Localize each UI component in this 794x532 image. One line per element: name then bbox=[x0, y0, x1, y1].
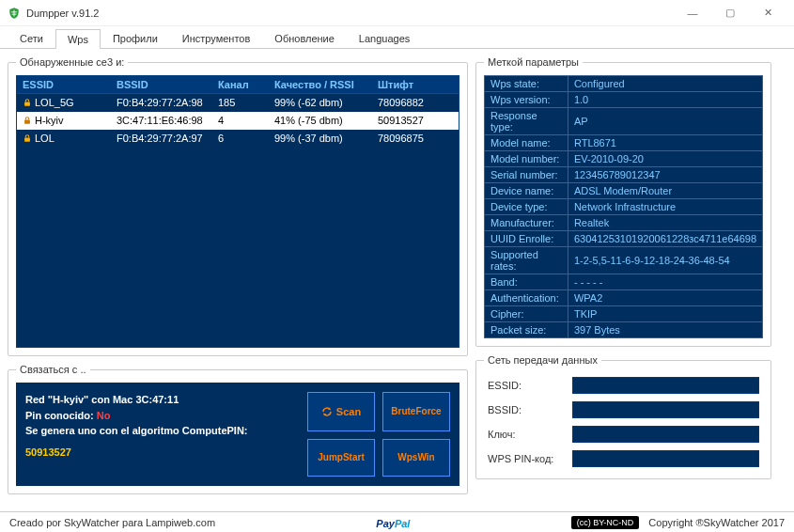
wpswin-button[interactable]: WpsWin bbox=[382, 439, 450, 477]
tab-сети[interactable]: Сети bbox=[8, 28, 55, 48]
tab-bar: СетиWpsПрофилиИнструментовОбновлениеLang… bbox=[0, 26, 794, 49]
wpspin-label: WPS PIN-код: bbox=[488, 453, 563, 464]
lock-icon bbox=[23, 98, 32, 107]
wpspin-field[interactable] bbox=[572, 450, 759, 467]
window-title: Dumpper v.91.2 bbox=[26, 8, 99, 19]
detail-row: Manufacturer:Realtek bbox=[485, 215, 763, 231]
netinfo-panel: Сеть передачи данных ESSID: BSSID: Ключ:… bbox=[475, 354, 771, 479]
key-field[interactable] bbox=[572, 426, 759, 443]
tab-languages[interactable]: Languages bbox=[347, 28, 422, 48]
close-button[interactable]: ✕ bbox=[749, 2, 786, 24]
scan-button[interactable]: Scan bbox=[307, 392, 375, 431]
app-icon bbox=[8, 7, 21, 20]
detail-row: Packet size:397 Bytes bbox=[485, 322, 763, 338]
detail-row: Authentication:WPA2 bbox=[485, 290, 763, 306]
connect-info: Red "H-kyiv" con Mac 3C:47:11 Pin conoci… bbox=[25, 392, 298, 477]
footer-credit: Creado por SkyWatcher para Lampiweb.com bbox=[9, 517, 215, 528]
detail-row: Model name:RTL8671 bbox=[485, 135, 763, 151]
paypal-logo[interactable]: PayPal bbox=[376, 515, 410, 530]
detail-row: Cipher:TKIP bbox=[485, 306, 763, 322]
detail-row: Device type:Network Infrastructure bbox=[485, 199, 763, 215]
essid-label: ESSID: bbox=[488, 380, 563, 391]
network-row[interactable]: H-kyiv3C:47:11:E6:46:98441% (-75 dbm)509… bbox=[17, 112, 459, 130]
tab-wps[interactable]: Wps bbox=[55, 29, 101, 49]
networks-legend: Обнаруженные се3 и: bbox=[16, 56, 128, 68]
minimize-button[interactable]: — bbox=[674, 2, 711, 24]
details-panel: Меткой параметры Wps state:ConfiguredWps… bbox=[475, 56, 771, 347]
detail-row: Serial number:123456789012347 bbox=[485, 167, 763, 183]
detail-row: Model number:EV-2010-09-20 bbox=[485, 151, 763, 167]
footer-copyright: Copyright ®SkyWatcher 2017 bbox=[648, 517, 785, 528]
netinfo-legend: Сеть передачи данных bbox=[484, 354, 601, 366]
detail-row: Response type:AP bbox=[485, 108, 763, 135]
detail-row: Wps version:1.0 bbox=[485, 92, 763, 108]
tab-инструментов[interactable]: Инструментов bbox=[170, 28, 263, 48]
networks-header: ESSID BSSID Канал Качество / RSSI Штифт bbox=[17, 76, 459, 94]
refresh-icon bbox=[321, 406, 333, 417]
svg-rect-2 bbox=[24, 138, 30, 142]
detail-row: Device name:ADSL Modem/Router bbox=[485, 183, 763, 199]
window-controls: — ▢ ✕ bbox=[674, 2, 786, 24]
network-row[interactable]: LOL_5GF0:B4:29:77:2A:9818599% (-62 dbm)7… bbox=[17, 94, 459, 112]
detail-row: Supported rates:1-2-5,5-11-6-9-12-18-24-… bbox=[485, 247, 763, 274]
jumpstart-button[interactable]: JumpStart bbox=[307, 439, 375, 477]
bssid-label: BSSID: bbox=[488, 404, 563, 415]
cc-license-badge: (cc) BY-NC-ND bbox=[571, 516, 640, 529]
tab-обновление[interactable]: Обновление bbox=[262, 28, 347, 48]
bruteforce-button[interactable]: BruteForce bbox=[382, 392, 450, 431]
lock-icon bbox=[23, 133, 32, 143]
maximize-button[interactable]: ▢ bbox=[711, 2, 749, 24]
svg-rect-0 bbox=[24, 102, 30, 106]
networks-panel: Обнаруженные се3 и: ESSID BSSID Канал Ка… bbox=[8, 56, 468, 356]
detail-row: Wps state:Configured bbox=[485, 76, 763, 92]
network-row[interactable]: LOLF0:B4:29:77:2A:97699% (-37 dbm)780968… bbox=[17, 130, 459, 148]
connect-panel: Связаться с .. Red "H-kyiv" con Mac 3C:4… bbox=[8, 364, 468, 494]
detail-row: Band:- - - - - bbox=[485, 274, 763, 290]
titlebar: Dumpper v.91.2 — ▢ ✕ bbox=[0, 0, 794, 26]
bssid-field[interactable] bbox=[572, 401, 759, 418]
footer: Creado por SkyWatcher para Lampiweb.com … bbox=[0, 511, 794, 532]
svg-rect-1 bbox=[24, 120, 30, 124]
details-legend: Меткой параметры bbox=[484, 56, 583, 68]
key-label: Ключ: bbox=[488, 429, 563, 440]
lock-icon bbox=[23, 116, 32, 125]
connect-legend: Связаться с .. bbox=[16, 364, 90, 375]
essid-field[interactable] bbox=[572, 377, 759, 394]
detail-row: UUID Enrolle:63041253101920061228зc4711e… bbox=[485, 231, 763, 247]
tab-профили[interactable]: Профили bbox=[101, 28, 170, 48]
